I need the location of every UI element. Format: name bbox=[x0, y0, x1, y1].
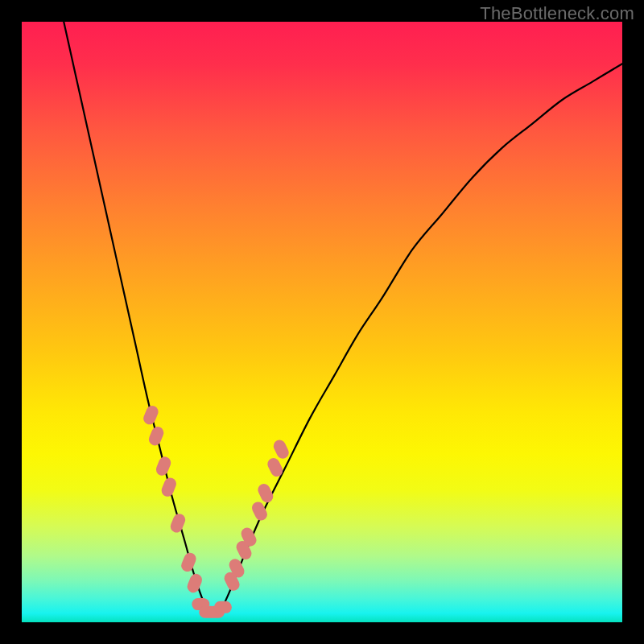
data-marker bbox=[180, 551, 198, 573]
bottleneck-curve bbox=[64, 22, 622, 613]
data-marker bbox=[169, 512, 188, 535]
data-marker bbox=[155, 455, 173, 477]
data-marker bbox=[214, 601, 232, 613]
data-marker bbox=[271, 438, 291, 460]
chart-overlay bbox=[22, 22, 622, 622]
data-marker bbox=[159, 476, 178, 498]
data-marker bbox=[147, 425, 166, 448]
data-marker bbox=[142, 404, 160, 427]
curve-group bbox=[64, 22, 622, 613]
watermark-text: TheBottleneck.com bbox=[480, 3, 634, 24]
data-marker bbox=[185, 572, 204, 595]
marker-group bbox=[142, 404, 291, 618]
chart-frame: TheBottleneck.com bbox=[0, 0, 644, 644]
